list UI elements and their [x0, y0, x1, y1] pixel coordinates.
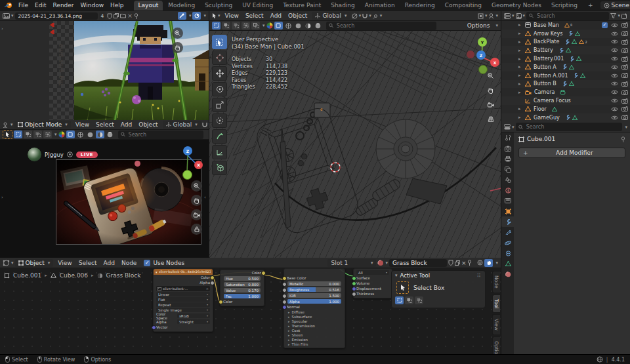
fake-user-shield-icon[interactable]	[448, 260, 453, 266]
principled-bsdf-node[interactable]: Base Color Metallic0.000Roughness0.516IO…	[284, 268, 345, 348]
node-output-color[interactable]: Color	[220, 270, 264, 275]
transform-orientation[interactable]: Global▾	[163, 121, 201, 129]
hide-render-icon[interactable]	[621, 115, 628, 120]
viewport-canvas[interactable]: User Perspective (34) Base Man | Cube.00…	[209, 31, 501, 258]
workspace-tab[interactable]: Rendering	[400, 1, 440, 10]
node-dropdown[interactable]: Repeat▾	[156, 302, 210, 307]
select-mode-invert-icon[interactable]	[43, 131, 52, 138]
expand-arrow[interactable]: ▸	[518, 81, 525, 87]
hide-viewport-icon[interactable]	[611, 107, 618, 111]
xray-toggle-icon[interactable]	[274, 22, 283, 30]
viewport-search[interactable]	[326, 22, 436, 30]
expand-arrow[interactable]: ▸	[518, 22, 525, 28]
unlink-material-icon[interactable]: ×	[461, 260, 467, 266]
users-count-button[interactable]: 4	[99, 12, 106, 20]
outliner-display-mode-icon[interactable]: ▾	[504, 13, 514, 19]
outliner-row[interactable]: ▸ Camera ✓	[501, 88, 630, 96]
display-channels-icon[interactable]	[178, 12, 186, 20]
menu-item[interactable]: Help	[107, 2, 127, 9]
tab-output[interactable]	[501, 153, 514, 164]
gizmo-y-axis[interactable]	[182, 170, 192, 180]
menu-item[interactable]: File	[15, 2, 32, 9]
node-output-alpha[interactable]: Alpha	[154, 280, 213, 285]
node-section-collapsed[interactable]: Thin Film	[284, 342, 345, 346]
active-tool-header[interactable]: ▾ Active Tool ⠿	[392, 271, 485, 280]
hide-viewport-icon[interactable]	[611, 73, 618, 78]
node-value-slider[interactable]: Metallic0.000	[284, 281, 345, 287]
menu-item[interactable]: Select	[242, 12, 267, 19]
tool-rotate[interactable]	[212, 82, 227, 96]
image-editor-canvas[interactable]: ♥ ♥ thg gios pmo	[0, 21, 209, 120]
material-slot-selector[interactable]: Slot 1▾	[327, 259, 376, 267]
image-datablock-field[interactable]: oliver-bullock-... ×	[156, 286, 210, 291]
select-mode-subtract-icon[interactable]	[33, 131, 42, 138]
material-output-node[interactable]: All▾ SurfaceVolumeDisplacementThickness	[353, 268, 392, 298]
workspace-tab[interactable]: Scripting	[547, 1, 582, 10]
node-input-socket[interactable]: Surface	[354, 275, 392, 281]
hide-viewport-icon[interactable]	[611, 56, 618, 61]
node-section-collapsed[interactable]: Specular	[284, 319, 345, 323]
gizmo-z-axis[interactable]: Z	[476, 51, 486, 60]
toolbar-expand-arrow[interactable]: ›	[1, 26, 3, 31]
menu-item[interactable]: Add	[100, 260, 117, 266]
hide-viewport-icon[interactable]	[611, 81, 618, 86]
outliner-filter-icon[interactable]: ▾	[610, 13, 620, 18]
node-section-collapsed[interactable]: Sheen	[284, 333, 345, 337]
tab-data[interactable]	[501, 258, 514, 269]
editor-type-shader-icon[interactable]: ▾	[3, 260, 14, 266]
shading-rendered-icon[interactable]	[314, 22, 322, 30]
hide-render-icon[interactable]	[621, 106, 628, 111]
sidebar-tab[interactable]: Node	[492, 271, 500, 293]
hide-viewport-icon[interactable]	[611, 115, 618, 120]
hide-render-icon[interactable]	[621, 81, 628, 87]
proportional-edit-icon[interactable]: ▾	[373, 13, 383, 19]
node-section-collapsed[interactable]: Coat	[284, 328, 345, 333]
properties-search[interactable]	[516, 123, 623, 131]
hide-render-icon[interactable]	[621, 90, 628, 95]
hide-render-icon[interactable]	[621, 31, 628, 36]
image-node-header[interactable]: ▾ oliver-bullock-0b...4ade26c9e823.jpg	[154, 269, 213, 275]
select-box-tool-icon[interactable]	[396, 281, 409, 294]
expand-arrow[interactable]: ▸	[518, 106, 525, 111]
fake-user-shield-icon[interactable]	[107, 13, 112, 19]
tool-move[interactable]	[212, 66, 227, 81]
viewport-gizmo[interactable]: Y Z X	[465, 36, 499, 75]
toggle-perspective-icon[interactable]	[485, 113, 496, 125]
editor-type-image-icon[interactable]: ▾	[3, 13, 14, 19]
hide-viewport-icon[interactable]	[611, 90, 618, 94]
unlink-image-icon[interactable]: ×	[127, 12, 133, 19]
select-mode-subtract-icon[interactable]	[232, 22, 240, 30]
menu-item[interactable]: Add	[117, 121, 135, 128]
properties-editor-icon[interactable]: ▾	[504, 124, 514, 130]
node-section-collapsed[interactable]: Emission	[284, 337, 345, 342]
workspace-tab[interactable]: Texture Paint	[278, 1, 326, 10]
editor-type-3d-icon[interactable]: ▾	[212, 13, 220, 18]
lock-icon[interactable]	[191, 224, 202, 235]
node-value-slider[interactable]: Alpha1.000	[284, 298, 345, 304]
workspace-tab[interactable]: UV Editing	[238, 1, 278, 10]
node-section-collapsed[interactable]: Diffuse	[284, 310, 345, 314]
outliner-row[interactable]: ▸ Button A.001 ✓	[501, 71, 630, 80]
tab-world[interactable]	[501, 185, 514, 195]
node-section-collapsed[interactable]: Subsurface	[284, 314, 345, 319]
node-dropdown[interactable]: Linear▾	[156, 292, 210, 296]
node-value-slider[interactable]: Saturation0.800	[220, 281, 264, 287]
outliner-filter-type-icon[interactable]: ▾	[516, 13, 526, 19]
menu-item[interactable]: View	[72, 121, 93, 128]
select-subtract-icon[interactable]	[415, 296, 423, 304]
properties-options-icon[interactable]: ▾	[625, 125, 627, 130]
gizmo-x-axis[interactable]: X	[194, 161, 203, 169]
snap-node-icon[interactable]	[477, 260, 483, 266]
gizmo-y-axis[interactable]: Y	[478, 37, 487, 47]
hide-viewport-icon[interactable]	[611, 39, 618, 44]
tab-particles[interactable]	[501, 227, 514, 237]
menu-item[interactable]: Add	[267, 12, 285, 19]
expand-arrow[interactable]: ▸	[518, 64, 525, 70]
menu-item[interactable]: Select	[93, 121, 117, 128]
outliner-row[interactable]: ▸ Battery ✓	[501, 46, 630, 54]
tab-render[interactable]	[501, 143, 514, 153]
gizmo-x-axis[interactable]: X	[490, 58, 499, 67]
transform-orientation[interactable]: Global▾	[312, 12, 350, 20]
outliner-tree[interactable]: ▸ Base Man 8 ✓ ▸	[501, 21, 630, 122]
workspace-tab[interactable]: Modeling	[163, 1, 200, 10]
